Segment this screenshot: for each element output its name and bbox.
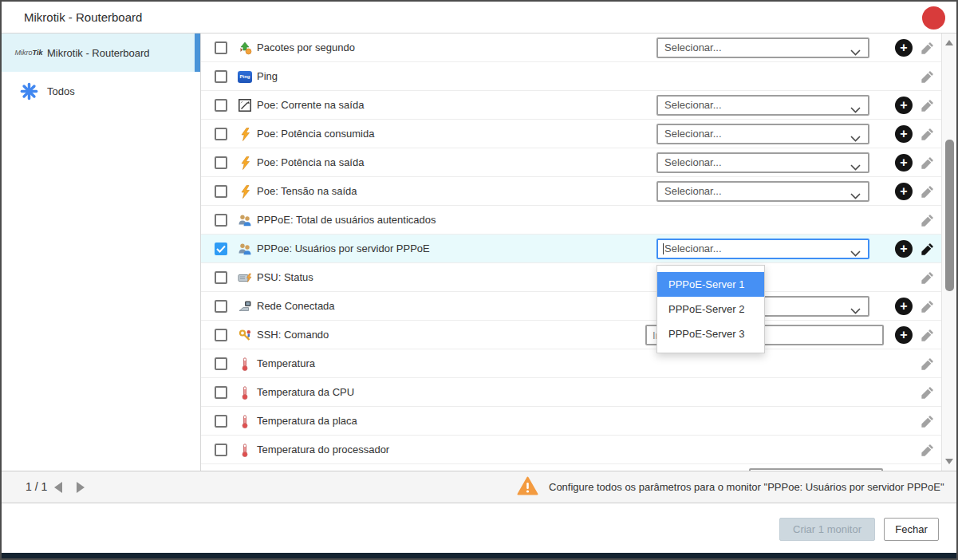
sidebar-item-mikrotik-routerboard[interactable]: MikroTik Mikrotik - Routerboard bbox=[2, 34, 200, 72]
scroll-up-arrow-icon[interactable] bbox=[945, 40, 953, 45]
add-param-button[interactable]: + bbox=[895, 326, 913, 344]
param-select[interactable]: Selecionar... bbox=[656, 181, 869, 202]
add-param-button[interactable]: + bbox=[895, 183, 913, 200]
users-icon bbox=[238, 213, 252, 227]
add-param-button[interactable]: + bbox=[895, 298, 913, 315]
edit-pencil-icon[interactable] bbox=[921, 299, 935, 314]
thermometer-icon bbox=[238, 443, 252, 457]
sidebar-item-label: Todos bbox=[47, 85, 75, 97]
asterisk-icon bbox=[14, 82, 43, 101]
table-row: Temperatura do processador bbox=[201, 436, 941, 464]
users-icon bbox=[238, 242, 252, 256]
edit-pencil-icon[interactable] bbox=[921, 328, 935, 342]
sidebar-selected-indicator bbox=[195, 34, 200, 72]
table-row: Rede ConectadaSelecionar...+ bbox=[201, 292, 941, 321]
row-checkbox[interactable] bbox=[215, 214, 227, 227]
monitor-label: Poe: Tensão na saída bbox=[257, 177, 357, 206]
row-checkbox[interactable] bbox=[215, 386, 227, 399]
table-row: PPPoe: Usuários por servidor PPPoESeleci… bbox=[201, 235, 941, 263]
create-monitor-button[interactable]: Criar 1 monitor bbox=[779, 518, 875, 541]
row-checkbox[interactable] bbox=[215, 156, 227, 169]
table-row: PingPing bbox=[201, 62, 941, 91]
close-circle-button[interactable] bbox=[922, 6, 945, 30]
thermometer-icon bbox=[238, 357, 252, 371]
param-select[interactable]: Selecionar... bbox=[656, 124, 869, 144]
table-row: Poe: Potência consumidaSelecionar...+ bbox=[201, 120, 941, 148]
add-param-button[interactable]: + bbox=[895, 97, 913, 114]
gauge-icon bbox=[238, 98, 252, 112]
table-row: Poe: Tensão na saídaSelecionar...+ bbox=[201, 177, 941, 206]
lightning-icon bbox=[238, 184, 252, 199]
warning-text: Configure todos os parâmetros para o mon… bbox=[549, 481, 944, 493]
row-checkbox[interactable] bbox=[215, 185, 227, 198]
edit-pencil-icon[interactable] bbox=[921, 213, 935, 227]
next-page-button[interactable] bbox=[77, 482, 85, 493]
edit-pencil-icon[interactable] bbox=[921, 184, 935, 199]
monitor-label: Poe: Potência consumida bbox=[257, 120, 374, 148]
row-checkbox[interactable] bbox=[215, 70, 227, 83]
row-checkbox[interactable] bbox=[215, 243, 227, 255]
row-checkbox[interactable] bbox=[215, 444, 227, 456]
monitor-list: Pacotes por segundoSelecionar...+PingPin… bbox=[201, 34, 941, 471]
table-row: PPPoE: Total de usuários autenticados bbox=[201, 206, 941, 235]
close-dialog-button[interactable]: Fechar bbox=[884, 518, 939, 541]
lightning-icon bbox=[238, 156, 252, 170]
monitor-label: Rede Conectada bbox=[257, 292, 335, 321]
row-checkbox[interactable] bbox=[215, 128, 227, 140]
param-select[interactable]: Selecionar... bbox=[656, 152, 869, 173]
monitor-label: Temperatura da placa bbox=[257, 407, 357, 436]
add-param-button[interactable]: + bbox=[895, 39, 913, 57]
chevron-down-icon bbox=[850, 188, 861, 203]
window-bottom-edge bbox=[2, 553, 956, 558]
row-checkbox[interactable] bbox=[215, 300, 227, 313]
titlebar: Mikrotik - Routerboard bbox=[2, 2, 956, 34]
edit-pencil-icon[interactable] bbox=[921, 98, 935, 112]
monitor-label: PPPoE: Total de usuários autenticados bbox=[257, 206, 436, 235]
lightning-icon bbox=[238, 127, 252, 141]
edit-pencil-icon[interactable] bbox=[921, 357, 935, 371]
table-row bbox=[201, 464, 941, 471]
edit-pencil-icon[interactable] bbox=[921, 270, 935, 285]
sidebar-item-label: Mikrotik - Routerboard bbox=[47, 47, 150, 59]
warning-icon bbox=[517, 476, 538, 499]
chevron-down-icon bbox=[850, 246, 861, 260]
thermometer-icon bbox=[238, 385, 252, 400]
chevron-down-icon bbox=[850, 131, 861, 145]
edit-pencil-icon[interactable] bbox=[921, 127, 935, 141]
dropdown-option[interactable]: PPPoE-Server 2 bbox=[657, 297, 764, 321]
table-row: Poe: Potência na saídaSelecionar...+ bbox=[201, 148, 941, 177]
scrollbar[interactable] bbox=[941, 34, 956, 471]
psu-icon bbox=[238, 270, 252, 285]
scroll-thumb[interactable] bbox=[945, 140, 954, 291]
add-param-button[interactable]: + bbox=[895, 154, 913, 172]
param-select[interactable]: Selecionar... bbox=[656, 95, 869, 116]
prev-page-button[interactable] bbox=[54, 482, 62, 493]
scroll-down-arrow-icon[interactable] bbox=[945, 459, 953, 464]
sidebar-item-todos[interactable]: Todos bbox=[2, 72, 200, 110]
footer: Criar 1 monitor Fechar bbox=[2, 503, 956, 553]
edit-pencil-icon[interactable] bbox=[921, 41, 935, 55]
statusbar: 1 / 1 Configure todos os parâmetros para… bbox=[2, 471, 956, 503]
row-checkbox[interactable] bbox=[215, 415, 227, 428]
add-param-button[interactable]: + bbox=[895, 125, 913, 143]
edit-pencil-icon[interactable] bbox=[921, 156, 935, 170]
table-row: Temperatura da CPU bbox=[201, 378, 941, 407]
row-checkbox[interactable] bbox=[215, 329, 227, 341]
edit-pencil-icon[interactable] bbox=[921, 414, 935, 428]
edit-pencil-icon[interactable] bbox=[921, 69, 935, 84]
row-checkbox[interactable] bbox=[215, 41, 227, 54]
row-checkbox[interactable] bbox=[215, 99, 227, 112]
monitor-label: Poe: Corrente na saída bbox=[257, 91, 364, 120]
dropdown-option[interactable]: PPPoE-Server 1 bbox=[657, 272, 764, 297]
table-row: Poe: Corrente na saídaSelecionar...+ bbox=[201, 91, 941, 120]
dropdown-option[interactable]: PPPoE-Server 3 bbox=[657, 321, 764, 346]
row-checkbox[interactable] bbox=[215, 271, 227, 284]
edit-pencil-icon[interactable] bbox=[921, 385, 935, 400]
edit-pencil-icon[interactable] bbox=[921, 242, 935, 256]
table-row: Temperatura da placa bbox=[201, 407, 941, 436]
edit-pencil-icon[interactable] bbox=[921, 443, 935, 457]
row-checkbox[interactable] bbox=[215, 357, 227, 370]
param-select[interactable]: Selecionar... bbox=[656, 37, 869, 58]
add-param-button[interactable]: + bbox=[895, 240, 913, 258]
param-select[interactable]: Selecionar... bbox=[656, 239, 869, 259]
